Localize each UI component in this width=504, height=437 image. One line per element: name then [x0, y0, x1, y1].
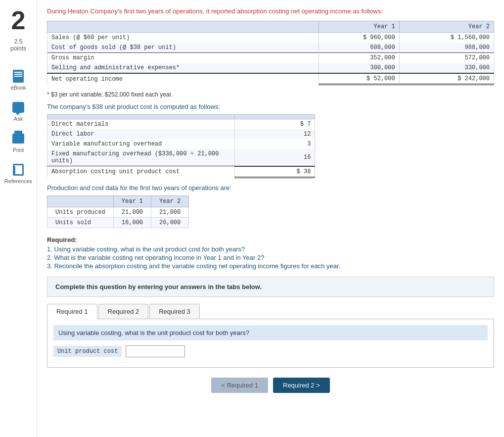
tab-required3[interactable]: Required 3	[149, 304, 200, 319]
tab-required1[interactable]: Required 1	[47, 304, 97, 319]
required-list: 1. Using variable costing, what is the u…	[47, 245, 494, 270]
cost-row-3-label: Fixed manufacturing overhead ($336,000 ÷…	[47, 149, 235, 166]
cost-col-value	[234, 115, 315, 119]
question-intro: During Heaton Company's first two years …	[47, 7, 494, 15]
nav-buttons: < Required 1 Required 2 >	[47, 378, 494, 393]
income-row-4: Net operating income $ 52,000 $ 242,000	[47, 73, 494, 85]
cost-row-3: Fixed manufacturing overhead ($336,000 ÷…	[47, 149, 315, 166]
prod-row-0-label: Units produced	[47, 207, 114, 217]
main-content: During Heaton Company's first two years …	[37, 0, 504, 437]
income-row-0-y2: $ 1,560,000	[399, 33, 494, 43]
note: * $3 per unit variable; $252,000 fixed e…	[47, 91, 494, 98]
required-item-1: 2. What is the variable costing net oper…	[47, 254, 494, 261]
prod-row-1-label: Units sold	[47, 217, 114, 228]
required-section: Required: 1. Using variable costing, wha…	[47, 236, 494, 270]
income-row-2: Gross margin 352,000 572,000	[47, 53, 494, 63]
points-label: 2.5 points	[10, 38, 26, 52]
print-tool[interactable]: Print	[11, 132, 25, 153]
tabs-container: Required 1 Required 2 Required 3 Using v…	[47, 304, 494, 368]
cost-row-4-value: $ 38	[234, 166, 315, 178]
prod-row-1: Units sold 16,000 26,000	[47, 217, 189, 228]
input-label: Unit product cost	[53, 346, 122, 357]
prod-row-0: Units produced 21,000 21,000	[47, 207, 189, 217]
cost-row-0-value: $ 7	[234, 119, 315, 130]
income-row-4-label: Net operating income	[47, 73, 319, 85]
income-row-1-y2: 988,000	[399, 43, 494, 53]
cost-row-2: Variable manufacturing overhead 3	[47, 139, 315, 149]
cost-row-1-value: 12	[234, 129, 315, 139]
production-header: Production and cost data for the first t…	[47, 184, 494, 192]
required-heading: Required:	[47, 236, 494, 243]
ask-icon	[11, 100, 25, 114]
answer-box: Complete this question by entering your …	[47, 277, 494, 297]
cost-col-label	[47, 115, 235, 119]
ask-label: Ask	[14, 116, 23, 122]
input-row: Unit product cost	[53, 345, 488, 357]
income-row-0-y1: $ 960,000	[319, 33, 400, 43]
unit-product-cost-input[interactable]	[126, 345, 185, 357]
cost-row-1-label: Direct labor	[47, 129, 235, 139]
references-icon	[11, 163, 25, 177]
income-row-3-y1: 300,000	[319, 63, 400, 73]
prod-col-year1: Year 1	[113, 195, 151, 207]
prod-col-year2: Year 2	[151, 195, 189, 207]
prod-row-1-y2: 26,000	[151, 217, 189, 228]
next-button[interactable]: Required 2 >	[273, 378, 330, 393]
ebook-label: eBook	[10, 85, 26, 91]
cost-row-3-value: 16	[234, 149, 315, 166]
prod-row-0-y1: 21,000	[113, 207, 151, 217]
answer-box-text: Complete this question by entering your …	[55, 283, 486, 291]
sidebar-tools: eBook Ask Print References	[4, 69, 32, 184]
income-row-2-y2: 572,000	[399, 53, 494, 63]
unit-cost-header: The company's $38 unit product cost is c…	[47, 103, 494, 110]
unit-cost-table: Direct materials $ 7 Direct labor 12 Var…	[47, 114, 315, 178]
ask-tool[interactable]: Ask	[11, 100, 25, 122]
ebook-tool[interactable]: eBook	[10, 69, 26, 91]
tabs-row: Required 1 Required 2 Required 3	[47, 304, 494, 319]
tab-question: Using variable costing, what is the unit…	[53, 325, 488, 340]
prev-button[interactable]: < Required 1	[211, 378, 268, 393]
cost-row-1: Direct labor 12	[47, 129, 315, 139]
income-row-3-label: Selling and administrative expenses*	[47, 63, 319, 73]
income-table: Year 1 Year 2 Sales (@ $60 per unit) $ 9…	[47, 21, 494, 85]
income-row-2-label: Gross margin	[47, 53, 319, 63]
income-row-0-label: Sales (@ $60 per unit)	[47, 33, 319, 43]
sidebar: 2 2.5 points eBook Ask Prin	[0, 0, 37, 437]
required-item-2: 3. Reconcile the absorption costing and …	[47, 262, 494, 270]
references-tool[interactable]: References	[4, 163, 32, 184]
income-col-label	[47, 21, 319, 33]
print-label: Print	[13, 147, 24, 153]
income-row-0: Sales (@ $60 per unit) $ 960,000 $ 1,560…	[47, 33, 494, 43]
cost-row-0: Direct materials $ 7	[47, 119, 315, 130]
print-icon	[11, 132, 25, 146]
income-row-1: Cost of goods sold (@ $38 per unit) 608,…	[47, 43, 494, 53]
ebook-icon	[11, 69, 25, 83]
cost-row-4-label: Absorption costing unit product cost	[47, 166, 235, 178]
income-col-year2: Year 2	[399, 21, 494, 33]
income-col-year1: Year 1	[319, 21, 400, 33]
cost-row-0-label: Direct materials	[47, 119, 235, 130]
question-number: 2	[11, 7, 26, 33]
income-row-2-y1: 352,000	[319, 53, 400, 63]
prod-row-1-y1: 16,000	[113, 217, 151, 228]
prod-row-0-y2: 21,000	[151, 207, 189, 217]
tab-content: Using variable costing, what is the unit…	[47, 319, 494, 368]
income-row-1-y1: 608,000	[319, 43, 400, 53]
income-row-1-label: Cost of goods sold (@ $38 per unit)	[47, 43, 319, 53]
prod-col-label	[47, 195, 114, 207]
income-row-4-y1: $ 52,000	[319, 73, 400, 85]
cost-row-2-value: 3	[234, 139, 315, 149]
tab-required2[interactable]: Required 2	[98, 304, 149, 319]
production-table: Year 1 Year 2 Units produced 21,000 21,0…	[47, 195, 189, 228]
income-row-3-y2: 330,000	[399, 63, 494, 73]
income-row-3: Selling and administrative expenses* 300…	[47, 63, 494, 73]
required-item-0: 1. Using variable costing, what is the u…	[47, 245, 494, 253]
income-row-4-y2: $ 242,000	[399, 73, 494, 85]
references-label: References	[4, 178, 32, 184]
cost-row-2-label: Variable manufacturing overhead	[47, 139, 235, 149]
cost-row-4: Absorption costing unit product cost $ 3…	[47, 166, 315, 178]
